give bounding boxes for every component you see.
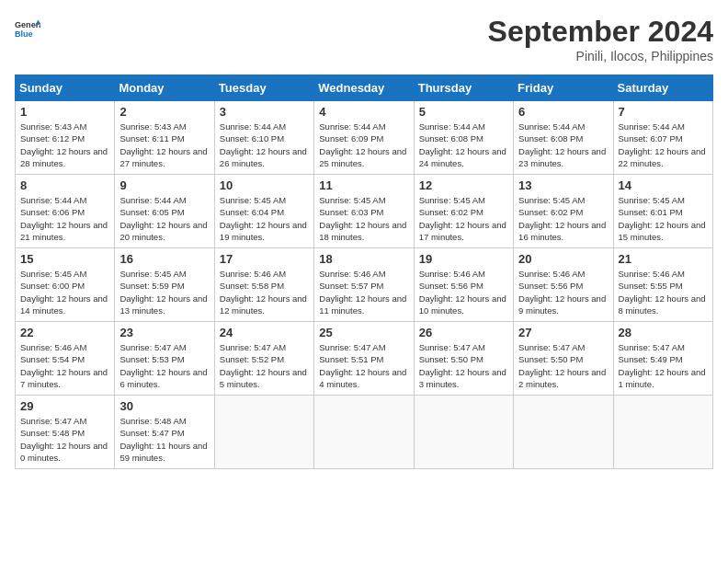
table-row: 26Sunrise: 5:47 AMSunset: 5:50 PMDayligh… [414, 322, 513, 396]
calendar-row: 22Sunrise: 5:46 AMSunset: 5:54 PMDayligh… [16, 322, 713, 396]
table-row: 14Sunrise: 5:45 AMSunset: 6:01 PMDayligh… [613, 175, 712, 248]
table-row: 20Sunrise: 5:46 AMSunset: 5:56 PMDayligh… [514, 248, 613, 322]
table-row: 15Sunrise: 5:45 AMSunset: 6:00 PMDayligh… [16, 248, 115, 322]
month-title: September 2024 [488, 15, 713, 49]
table-row: 4Sunrise: 5:44 AMSunset: 6:09 PMDaylight… [314, 101, 414, 175]
logo: General Blue [15, 15, 40, 40]
table-row: 29Sunrise: 5:47 AMSunset: 5:48 PMDayligh… [16, 396, 115, 469]
table-row: 22Sunrise: 5:46 AMSunset: 5:54 PMDayligh… [16, 322, 115, 396]
table-row [613, 396, 712, 469]
col-saturday: Saturday [613, 75, 712, 101]
table-row: 8Sunrise: 5:44 AMSunset: 6:06 PMDaylight… [16, 175, 115, 248]
title-block: September 2024 Pinili, Ilocos, Philippin… [488, 15, 713, 63]
table-row: 23Sunrise: 5:47 AMSunset: 5:53 PMDayligh… [115, 322, 214, 396]
table-row [214, 396, 313, 469]
table-row: 19Sunrise: 5:46 AMSunset: 5:56 PMDayligh… [414, 248, 513, 322]
location: Pinili, Ilocos, Philippines [488, 49, 713, 63]
table-row: 18Sunrise: 5:46 AMSunset: 5:57 PMDayligh… [314, 248, 414, 322]
calendar-row: 29Sunrise: 5:47 AMSunset: 5:48 PMDayligh… [16, 396, 713, 469]
table-row: 30Sunrise: 5:48 AMSunset: 5:47 PMDayligh… [115, 396, 214, 469]
table-row: 13Sunrise: 5:45 AMSunset: 6:02 PMDayligh… [514, 175, 613, 248]
table-row: 12Sunrise: 5:45 AMSunset: 6:02 PMDayligh… [414, 175, 513, 248]
calendar-table: Sunday Monday Tuesday Wednesday Thursday… [15, 75, 713, 469]
col-thursday: Thursday [414, 75, 513, 101]
col-sunday: Sunday [16, 75, 115, 101]
col-tuesday: Tuesday [214, 75, 313, 101]
calendar-row: 1Sunrise: 5:43 AMSunset: 6:12 PMDaylight… [16, 101, 713, 175]
table-row [514, 396, 613, 469]
table-row [314, 396, 414, 469]
calendar-row: 15Sunrise: 5:45 AMSunset: 6:00 PMDayligh… [16, 248, 713, 322]
header-row: Sunday Monday Tuesday Wednesday Thursday… [16, 75, 713, 101]
table-row: 1Sunrise: 5:43 AMSunset: 6:12 PMDaylight… [16, 101, 115, 175]
table-row: 5Sunrise: 5:44 AMSunset: 6:08 PMDaylight… [414, 101, 513, 175]
table-row: 21Sunrise: 5:46 AMSunset: 5:55 PMDayligh… [613, 248, 712, 322]
table-row: 24Sunrise: 5:47 AMSunset: 5:52 PMDayligh… [214, 322, 313, 396]
table-row: 25Sunrise: 5:47 AMSunset: 5:51 PMDayligh… [314, 322, 414, 396]
table-row: 17Sunrise: 5:46 AMSunset: 5:58 PMDayligh… [214, 248, 313, 322]
col-monday: Monday [115, 75, 214, 101]
table-row: 9Sunrise: 5:44 AMSunset: 6:05 PMDaylight… [115, 175, 214, 248]
table-row: 2Sunrise: 5:43 AMSunset: 6:11 PMDaylight… [115, 101, 214, 175]
table-row [414, 396, 513, 469]
table-row: 27Sunrise: 5:47 AMSunset: 5:50 PMDayligh… [514, 322, 613, 396]
page-header: General Blue September 2024 Pinili, Iloc… [15, 15, 713, 63]
col-wednesday: Wednesday [314, 75, 414, 101]
table-row: 6Sunrise: 5:44 AMSunset: 6:08 PMDaylight… [514, 101, 613, 175]
table-row: 28Sunrise: 5:47 AMSunset: 5:49 PMDayligh… [613, 322, 712, 396]
table-row: 11Sunrise: 5:45 AMSunset: 6:03 PMDayligh… [314, 175, 414, 248]
table-row: 16Sunrise: 5:45 AMSunset: 5:59 PMDayligh… [115, 248, 214, 322]
svg-text:Blue: Blue [15, 29, 33, 39]
table-row: 10Sunrise: 5:45 AMSunset: 6:04 PMDayligh… [214, 175, 313, 248]
logo-icon: General Blue [15, 15, 40, 40]
calendar-row: 8Sunrise: 5:44 AMSunset: 6:06 PMDaylight… [16, 175, 713, 248]
col-friday: Friday [514, 75, 613, 101]
table-row: 3Sunrise: 5:44 AMSunset: 6:10 PMDaylight… [214, 101, 313, 175]
table-row: 7Sunrise: 5:44 AMSunset: 6:07 PMDaylight… [613, 101, 712, 175]
